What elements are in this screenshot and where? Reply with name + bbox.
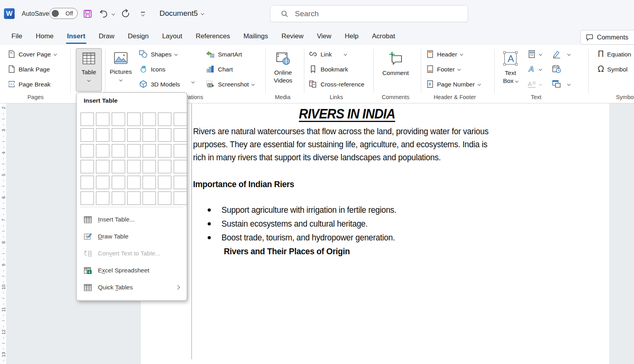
grid-size-cell[interactable] [174, 113, 187, 126]
grid-size-cell[interactable] [96, 176, 109, 189]
comment-button[interactable]: Comment [382, 48, 409, 92]
chart-button[interactable]: Chart [206, 63, 233, 75]
quick-parts-button[interactable] [527, 48, 542, 60]
grid-size-cell[interactable] [81, 191, 94, 205]
table-button[interactable]: Table [76, 48, 102, 92]
comments-pane-button[interactable]: Comments [580, 30, 634, 45]
online-videos-button[interactable]: Online Videos [270, 48, 296, 92]
signature-line-button[interactable] [552, 48, 570, 60]
grid-size-cell[interactable] [127, 160, 141, 173]
screenshot-button[interactable]: Screenshot [206, 78, 254, 90]
grid-size-cell[interactable] [96, 144, 109, 158]
header-button[interactable]: Header [426, 48, 463, 60]
undo-dropdown-chevron[interactable] [112, 12, 115, 15]
grid-size-cell[interactable] [81, 144, 94, 158]
symbol-button[interactable]: Ω Symbol [598, 63, 628, 75]
drop-cap-button[interactable]: A [527, 78, 542, 90]
grid-size-cell[interactable] [174, 128, 187, 142]
grid-size-cell[interactable] [81, 160, 94, 173]
grid-size-cell[interactable] [174, 160, 187, 173]
cover-page-button[interactable]: Cover Page [8, 48, 56, 60]
grid-size-cell[interactable] [127, 191, 141, 205]
grid-size-cell[interactable] [127, 144, 141, 158]
search-input[interactable]: Search [270, 5, 468, 22]
grid-size-cell[interactable] [96, 160, 109, 173]
grid-size-cell[interactable] [112, 176, 125, 189]
grid-size-cell[interactable] [143, 113, 156, 126]
grid-size-cell[interactable] [143, 191, 156, 205]
tab-home[interactable]: Home [29, 28, 60, 45]
bookmark-button[interactable]: Bookmark [309, 63, 348, 75]
grid-size-cell[interactable] [158, 160, 171, 173]
tab-acrobat[interactable]: Acrobat [365, 28, 402, 45]
equation-button[interactable]: Π Equation [598, 48, 631, 60]
grid-size-cell[interactable] [112, 144, 125, 158]
tab-view[interactable]: View [310, 28, 338, 45]
grid-size-cell[interactable] [174, 176, 187, 189]
tab-mailings[interactable]: Mailings [237, 28, 275, 45]
grid-size-cell[interactable] [127, 113, 141, 126]
3d-models-button[interactable]: 3D Models [139, 78, 180, 90]
grid-size-cell[interactable] [158, 191, 171, 205]
menu-item-insert-table[interactable]: Insert Table... [79, 211, 185, 228]
customize-quick-access-button[interactable] [136, 7, 150, 21]
undo-button[interactable] [97, 7, 111, 21]
grid-size-cell[interactable] [127, 176, 141, 189]
grid-size-cell[interactable] [112, 160, 125, 173]
autosave-toggle[interactable]: Off [49, 8, 78, 19]
menu-item-quick-tables[interactable]: Quick Tables [79, 279, 185, 296]
grid-size-cell[interactable] [81, 113, 94, 126]
grid-size-cell[interactable] [143, 128, 156, 142]
grid-size-cell[interactable] [127, 128, 141, 142]
grid-size-cell[interactable] [158, 176, 171, 189]
tab-draw[interactable]: Draw [92, 28, 121, 45]
object-button[interactable] [552, 78, 570, 90]
tab-review[interactable]: Review [275, 28, 310, 45]
grid-size-cell[interactable] [143, 176, 156, 189]
grid-size-cell[interactable] [174, 144, 187, 158]
tab-layout[interactable]: Layout [156, 28, 189, 45]
footer-button[interactable]: Footer [426, 63, 460, 75]
grid-size-cell[interactable] [112, 191, 125, 205]
menu-item-draw-table[interactable]: Draw Table [79, 228, 185, 245]
icons-button[interactable]: Icons [139, 63, 165, 75]
page-break-button[interactable]: Page Break [8, 78, 51, 90]
blank-page-button[interactable]: Blank Page [8, 63, 50, 75]
grid-size-cell[interactable] [158, 113, 171, 126]
text-box-button[interactable]: A Text Box [499, 48, 522, 92]
tab-design[interactable]: Design [121, 28, 156, 45]
link-button[interactable]: Link [309, 48, 347, 60]
grid-size-cell[interactable] [96, 128, 109, 142]
redo-button[interactable] [119, 7, 133, 21]
grid-size-cell[interactable] [143, 160, 156, 173]
grid-size-cell[interactable] [112, 128, 125, 142]
3d-models-chevron[interactable] [191, 80, 195, 83]
grid-size-cell[interactable] [96, 113, 109, 126]
grid-size-cell[interactable] [81, 176, 94, 189]
tab-insert[interactable]: Insert [60, 28, 92, 45]
shapes-button[interactable]: Shapes [139, 48, 177, 60]
grid-size-cell[interactable] [112, 113, 125, 126]
page-number-button[interactable]: # Page Number [426, 78, 480, 90]
tab-help[interactable]: Help [338, 28, 365, 45]
tab-file[interactable]: File [5, 28, 29, 45]
cross-reference-label: Cross-reference [321, 81, 364, 88]
grid-size-cell[interactable] [158, 128, 171, 142]
document-page[interactable]: RIVERS IN INDIA Rivers are natural water… [140, 103, 610, 364]
grid-size-cell[interactable] [143, 144, 156, 158]
pictures-button[interactable]: Pictures [107, 48, 134, 92]
save-button[interactable] [81, 7, 94, 21]
word-app-icon[interactable]: W [4, 8, 15, 19]
vertical-ruler[interactable]: 2345678910111213 [0, 103, 7, 364]
wordart-button[interactable]: A [527, 63, 542, 75]
grid-size-cell[interactable] [81, 128, 94, 142]
menu-item-excel-spreadsheet[interactable]: x Excel Spreadsheet [79, 262, 185, 279]
date-time-button[interactable] [552, 63, 561, 75]
grid-size-cell[interactable] [174, 191, 187, 205]
document-title[interactable]: Document5 [159, 9, 204, 18]
grid-size-cell[interactable] [158, 144, 171, 158]
cross-reference-button[interactable]: Cross-reference [309, 78, 364, 90]
grid-size-cell[interactable] [96, 191, 109, 205]
smartart-button[interactable]: SmartArt [206, 48, 242, 60]
tab-references[interactable]: References [189, 28, 237, 45]
